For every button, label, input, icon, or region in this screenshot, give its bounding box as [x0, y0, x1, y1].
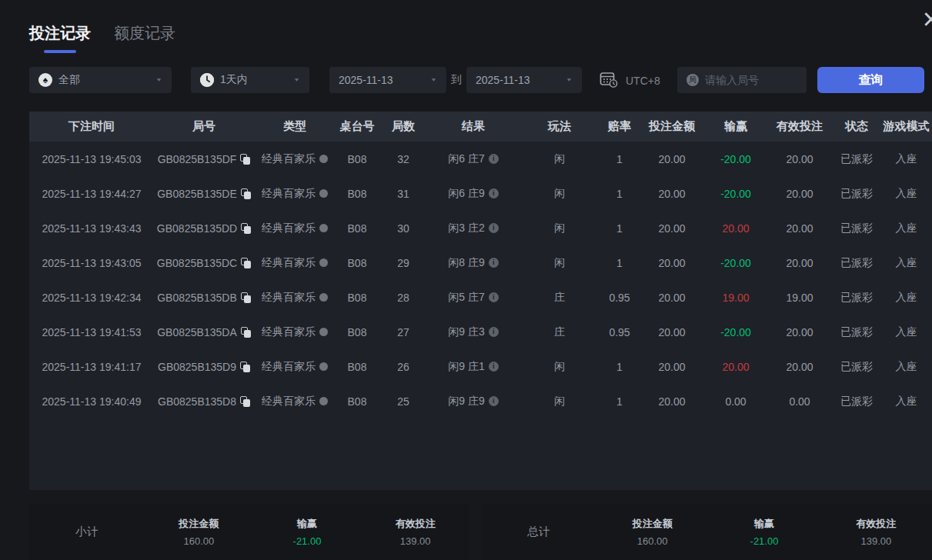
copy-icon[interactable]: [241, 223, 251, 234]
win-loss: -20.00: [705, 257, 767, 269]
column-header: 赔率: [600, 119, 639, 134]
tab-quota-records[interactable]: 额度记录: [114, 23, 175, 53]
game-badge-icon: [319, 189, 328, 198]
game-mode: 入座: [880, 222, 932, 235]
info-icon[interactable]: i: [489, 292, 499, 302]
table-body: 2025-11-13 19:45:03GB0825B135DF经典百家乐B083…: [29, 142, 932, 418]
bet-time: 2025-11-13 19:45:03: [29, 153, 154, 165]
bet-amount: 20.00: [639, 188, 705, 200]
round-no: 26: [379, 361, 428, 373]
subtotal-winloss: 输赢 -21.00: [253, 517, 362, 547]
play-type: 闲: [519, 222, 600, 235]
clock-icon: [200, 73, 214, 87]
stat-label: 投注金额: [145, 517, 253, 531]
round-no: 28: [379, 292, 428, 304]
status: 已派彩: [833, 395, 880, 408]
date-to-picker[interactable]: 2025-11-13 ▼: [466, 67, 582, 93]
copy-icon[interactable]: [241, 292, 251, 303]
round-no: 25: [379, 395, 428, 408]
round-id: GB0825B135DF: [154, 153, 254, 165]
odds: 1: [600, 188, 639, 200]
tab-bar: 投注记录 额度记录: [29, 23, 175, 53]
round-id: GB0825B135DE: [154, 188, 254, 200]
valid-bet: 20.00: [767, 153, 833, 165]
column-header: 桌台号: [336, 119, 379, 134]
info-icon[interactable]: i: [489, 258, 499, 268]
subtotal-bet-amount: 投注金额 160.00: [145, 517, 253, 547]
game-badge-icon: [319, 258, 328, 267]
game-type: 经典百家乐: [254, 360, 336, 374]
game-type: 经典百家乐: [254, 395, 336, 408]
bet-time: 2025-11-13 19:42:34: [29, 292, 154, 304]
play-type: 闲: [519, 152, 600, 166]
status: 已派彩: [833, 325, 880, 339]
stat-label: 投注金额: [596, 517, 708, 531]
table-no: B08: [336, 188, 379, 200]
game-mode: 入座: [880, 291, 932, 305]
win-loss: 19.00: [705, 292, 767, 304]
valid-bet: 0.00: [767, 395, 833, 408]
valid-bet: 20.00: [767, 222, 833, 235]
total-winloss: 输赢 -21.00: [708, 517, 820, 547]
game-mode: 入座: [880, 325, 932, 339]
info-icon[interactable]: i: [489, 154, 499, 164]
table-header: 下注时间局号类型桌台号局数结果玩法赔率投注金额输赢有效投注状态游戏模式: [29, 112, 932, 142]
time-range-value: 1天内: [220, 73, 248, 87]
bet-time: 2025-11-13 19:43:05: [29, 257, 154, 269]
table-no: B08: [336, 153, 379, 165]
time-range-dropdown[interactable]: 1天内 ▼: [191, 67, 309, 93]
result: 闲3 庄2i: [428, 222, 519, 235]
subtotal-valid-bet: 有效投注 139.00: [361, 517, 469, 547]
timezone-label: UTC+8: [626, 75, 660, 87]
search-button[interactable]: 查询: [817, 67, 924, 93]
to-label: 到: [451, 73, 462, 87]
table-no: B08: [336, 361, 379, 373]
column-header: 局数: [379, 119, 428, 134]
odds: 1: [600, 395, 639, 408]
result: 闲9 庄3i: [428, 325, 519, 339]
info-icon[interactable]: i: [489, 362, 499, 372]
bet-time: 2025-11-13 19:44:27: [29, 188, 154, 200]
copy-icon[interactable]: [240, 362, 250, 372]
play-type: 闲: [519, 395, 600, 408]
result: 闲5 庄7i: [428, 291, 519, 305]
round-badge-icon: 局: [686, 74, 699, 86]
column-header: 类型: [254, 119, 336, 134]
game-type: 经典百家乐: [254, 256, 336, 270]
valid-bet: 20.00: [767, 257, 833, 269]
round-no: 27: [379, 326, 428, 338]
game-type-value: 全部: [58, 73, 80, 87]
round-id: GB0825B135D8: [154, 395, 254, 408]
close-icon[interactable]: ×: [923, 5, 932, 34]
valid-bet: 20.00: [767, 361, 833, 373]
table-row: 2025-11-13 19:43:05GB0825B135DC经典百家乐B082…: [29, 245, 932, 280]
date-from-picker[interactable]: 2025-11-13 ▼: [329, 67, 446, 93]
bet-time: 2025-11-13 19:41:17: [29, 361, 154, 373]
copy-icon[interactable]: [240, 396, 250, 407]
round-no: 29: [379, 257, 428, 269]
game-type: 经典百家乐: [254, 222, 336, 235]
game-mode: 入座: [880, 360, 932, 374]
total-label: 总计: [481, 525, 596, 539]
info-icon[interactable]: i: [489, 188, 499, 198]
win-loss: -20.00: [705, 326, 767, 338]
result: 闲6 庄9i: [428, 187, 519, 201]
info-icon[interactable]: i: [489, 327, 499, 337]
copy-icon[interactable]: [240, 154, 250, 165]
status: 已派彩: [833, 256, 880, 270]
result: 闲6 庄7i: [428, 152, 519, 166]
copy-icon[interactable]: [241, 188, 251, 199]
bet-amount: 20.00: [639, 257, 705, 269]
chevron-down-icon: ▼: [293, 77, 300, 83]
copy-icon[interactable]: [241, 327, 251, 338]
tab-bet-records[interactable]: 投注记录: [29, 23, 91, 53]
copy-icon[interactable]: [241, 258, 251, 268]
info-icon[interactable]: i: [489, 396, 499, 406]
round-number-input[interactable]: [705, 74, 790, 86]
table-row: 2025-11-13 19:45:03GB0825B135DF经典百家乐B083…: [29, 142, 932, 176]
info-icon[interactable]: i: [489, 223, 499, 233]
game-type-dropdown[interactable]: ♠ 全部 ▼: [29, 67, 172, 93]
round-number-field: 局: [677, 67, 807, 93]
stat-value: -21.00: [708, 535, 820, 547]
stat-value: 160.00: [145, 535, 253, 547]
